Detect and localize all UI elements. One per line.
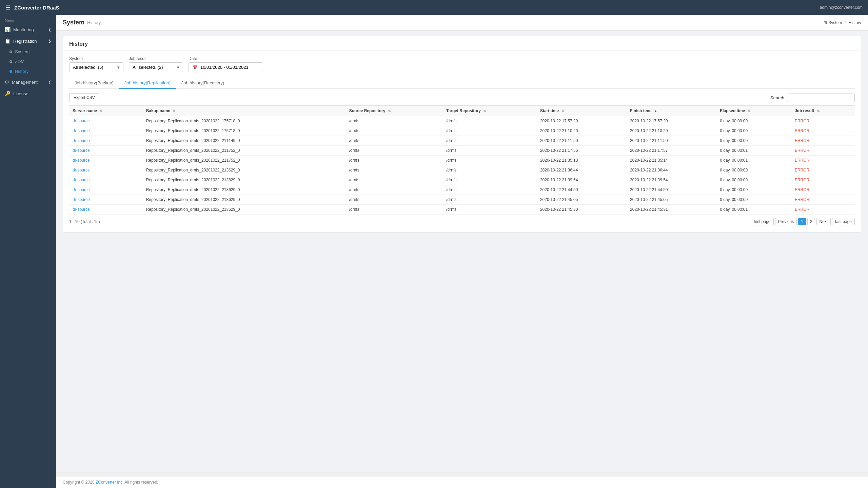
col-source-repo[interactable]: Source Repository ⇅ xyxy=(346,106,443,116)
cell-job-result: ERROR xyxy=(791,156,855,165)
cell-server-name[interactable]: dr-source xyxy=(69,195,143,205)
first-page-button[interactable]: first page xyxy=(751,218,773,225)
sidebar-sub-item-system[interactable]: System xyxy=(0,47,56,57)
cell-finish-time: 2020-10-22 21:45:05 xyxy=(627,195,716,205)
export-csv-button[interactable]: Export CSV xyxy=(69,93,99,102)
col-finish-time[interactable]: Finish time ▲ xyxy=(627,106,716,116)
system-filter-select[interactable]: All selected. (5) ▾ xyxy=(69,62,123,72)
sidebar-sub-item-history[interactable]: History xyxy=(0,66,56,76)
cell-server-name[interactable]: dr-source xyxy=(69,156,143,165)
sidebar-item-registration[interactable]: 📋 Registration ❯ xyxy=(0,35,56,47)
breadcrumb-system[interactable]: ⊞ System xyxy=(824,20,842,25)
col-elapsed-time[interactable]: Elapsed time ⇅ xyxy=(716,106,791,116)
col-server-name[interactable]: Server name ⇅ xyxy=(69,106,143,116)
cell-server-name[interactable]: dr-source xyxy=(69,205,143,215)
sidebar-item-monitoring[interactable]: 📊 Monitoring ❮ xyxy=(0,24,56,35)
content-body: History System All selected. (5) ▾ Job xyxy=(56,30,868,472)
col-start-time[interactable]: Start time ⇅ xyxy=(537,106,627,116)
user-info: admin@zconverter.com xyxy=(820,5,863,10)
app-title: ZConverter DRaaS xyxy=(14,5,820,11)
main-layout: Menu 📊 Monitoring ❮ 📋 Registration ❯ Sys… xyxy=(0,15,868,488)
page-header: System History ⊞ System / History xyxy=(56,15,868,30)
col-backup-name[interactable]: Bakup name ⇅ xyxy=(143,106,346,116)
cell-finish-time: 2020-10-22 21:45:31 xyxy=(627,205,716,215)
previous-button[interactable]: Previous xyxy=(775,218,797,225)
cell-server-name[interactable]: dr-source xyxy=(69,116,143,126)
col-job-result[interactable]: Job result ⇅ xyxy=(791,106,855,116)
cell-backup-name: Repository_Replication_drnfs_20201022_21… xyxy=(143,185,346,195)
job-result-filter-group: Job result All selected. (2) ▾ xyxy=(129,56,183,72)
pagination-controls: first page Previous 1 2 Next last page xyxy=(751,218,855,225)
last-page-button[interactable]: last page xyxy=(832,218,855,225)
system-filter-group: System All selected. (5) ▾ xyxy=(69,56,123,72)
cell-elapsed-time: 0 day, 00:00:00 xyxy=(716,185,791,195)
cell-job-result: ERROR xyxy=(791,165,855,175)
cell-server-name[interactable]: dr-source xyxy=(69,175,143,185)
sidebar: Menu 📊 Monitoring ❮ 📋 Registration ❯ Sys… xyxy=(0,15,56,488)
cell-server-name[interactable]: dr-source xyxy=(69,136,143,146)
table-row: dr-source Repository_Replication_drnfs_2… xyxy=(69,126,855,136)
next-button[interactable]: Next xyxy=(816,218,831,225)
horizontal-scrollbar[interactable] xyxy=(56,472,868,476)
cell-start-time: 2020-10-22 21:44:50 xyxy=(537,185,627,195)
management-arrow: ❮ xyxy=(48,80,51,84)
tab-replication[interactable]: Job history(Replication) xyxy=(119,78,176,89)
sidebar-item-management[interactable]: ⚙ Management ❮ xyxy=(0,76,56,88)
job-result-filter-select[interactable]: All selected. (2) ▾ xyxy=(129,62,183,72)
cell-target-repo: /drnfs xyxy=(443,116,537,126)
page-2-button[interactable]: 2 xyxy=(807,218,815,225)
tab-recovery[interactable]: Job history(Recovery) xyxy=(176,78,230,89)
date-filter-value: 10/01/2020 - 01/01/2021 xyxy=(200,65,249,70)
date-filter-label: Date xyxy=(189,56,263,61)
sidebar-sub-label-zdm: ZDM xyxy=(15,59,24,64)
tab-backup[interactable]: Job history(Backup) xyxy=(69,78,119,89)
cell-elapsed-time: 0 day, 00:00:00 xyxy=(716,165,791,175)
sidebar-sub-label-system: System xyxy=(15,49,29,54)
page-header-left: System History xyxy=(63,19,101,26)
cell-backup-name: Repository_Replication_drnfs_20201022_21… xyxy=(143,146,346,156)
cell-finish-time: 2020-10-22 21:39:54 xyxy=(627,175,716,185)
cell-source-repo: /drnfs xyxy=(346,156,443,165)
top-header: ☰ ZConverter DRaaS admin@zconverter.com xyxy=(0,0,868,15)
sort-elapsed-time: ⇅ xyxy=(748,109,750,113)
search-input[interactable] xyxy=(787,94,855,102)
sidebar-sub-item-zdm[interactable]: ZDM xyxy=(0,57,56,66)
calendar-icon: 📅 xyxy=(192,65,198,70)
cell-server-name[interactable]: dr-source xyxy=(69,146,143,156)
page-subtitle: History xyxy=(87,20,101,25)
cell-start-time: 2020-10-22 21:39:54 xyxy=(537,175,627,185)
tabs: Job history(Backup) Job history(Replicat… xyxy=(69,78,855,89)
cell-start-time: 2020-10-22 17:57:20 xyxy=(537,116,627,126)
page-1-button[interactable]: 1 xyxy=(798,218,806,225)
footer: Copyright © 2020 ZConverter Inc. All rig… xyxy=(56,476,868,488)
table-row: dr-source Repository_Replication_drnfs_2… xyxy=(69,205,855,215)
cell-job-result: ERROR xyxy=(791,146,855,156)
cell-server-name[interactable]: dr-source xyxy=(69,126,143,136)
management-icon: ⚙ xyxy=(5,79,9,85)
cell-finish-time: 2020-10-22 21:17:57 xyxy=(627,146,716,156)
search-row: Search xyxy=(770,94,855,102)
sidebar-item-label-registration: Registration xyxy=(13,39,37,44)
cell-source-repo: /drnfs xyxy=(346,126,443,136)
cell-server-name[interactable]: dr-source xyxy=(69,185,143,195)
sort-server-name: ⇅ xyxy=(99,109,102,113)
table-header-row: Server name ⇅ Bakup name ⇅ Source Reposi… xyxy=(69,106,855,116)
col-target-repo[interactable]: Target Repository ⇅ xyxy=(443,106,537,116)
menu-icon[interactable]: ☰ xyxy=(5,4,10,11)
cell-start-time: 2020-10-22 21:45:05 xyxy=(537,195,627,205)
footer-link[interactable]: ZConverter Inc. xyxy=(96,480,124,485)
sidebar-menu-label: Menu xyxy=(0,15,56,24)
cell-start-time: 2020-10-22 21:36:44 xyxy=(537,165,627,175)
zdm-dot xyxy=(9,60,12,63)
cell-elapsed-time: 0 day, 00:00:00 xyxy=(716,175,791,185)
table-row: dr-source Repository_Replication_drnfs_2… xyxy=(69,165,855,175)
history-table: Server name ⇅ Bakup name ⇅ Source Reposi… xyxy=(69,105,855,215)
cell-server-name[interactable]: dr-source xyxy=(69,165,143,175)
breadcrumb-system-label: System xyxy=(828,20,842,25)
cell-target-repo: /drnfs xyxy=(443,175,537,185)
filter-row: System All selected. (5) ▾ Job result Al… xyxy=(69,56,855,72)
sidebar-item-license[interactable]: 🔑 License xyxy=(0,88,56,99)
breadcrumb-history[interactable]: History xyxy=(849,20,861,25)
cell-backup-name: Repository_Replication_drnfs_20201022_17… xyxy=(143,116,346,126)
date-filter-input[interactable]: 📅 10/01/2020 - 01/01/2021 xyxy=(189,62,263,72)
